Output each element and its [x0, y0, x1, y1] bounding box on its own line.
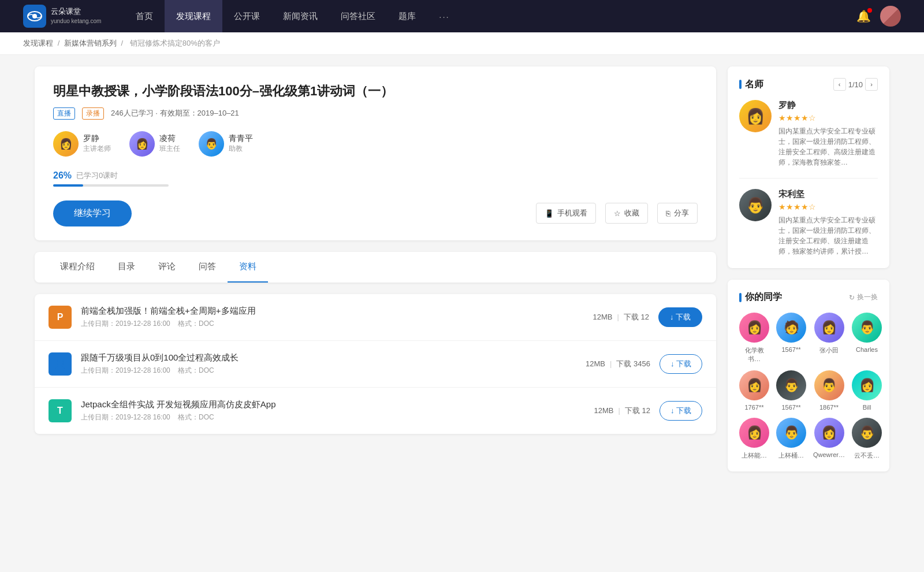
teacher-1: 👩 罗静 主讲老师	[53, 131, 111, 157]
nav-discover[interactable]: 发现课程	[165, 0, 222, 32]
continue-learning-button[interactable]: 继续学习	[53, 200, 132, 226]
nav-items: 首页 发现课程 公开课 新闻资讯 问答社区 题库 ···	[124, 0, 856, 32]
sidebar-teacher-stars-0: ★★★★☆	[778, 113, 878, 122]
classmate-name-7: Bill	[863, 404, 871, 411]
tab-resource[interactable]: 资料	[228, 252, 268, 283]
nav-quiz[interactable]: 题库	[387, 0, 427, 32]
mobile-label: 手机观看	[557, 208, 587, 218]
teachers-card-header: 名师 ‹ 1/10 ›	[739, 78, 878, 91]
divider-0: |	[617, 313, 619, 321]
classmate-7[interactable]: 👩 Bill	[852, 370, 882, 411]
refresh-icon: ↻	[849, 294, 855, 302]
resource-stats-1: 12MB | 下载 3456	[586, 359, 650, 369]
collect-label: 收藏	[624, 208, 639, 218]
classmate-name-5: 1567**	[781, 404, 800, 411]
progress-section: 26% 已学习0课时	[53, 170, 698, 187]
collect-button[interactable]: ☆ 收藏	[605, 203, 648, 224]
breadcrumb-link-series[interactable]: 新媒体营销系列	[64, 39, 117, 47]
resource-meta-0: 上传日期：2019-12-28 16:00 格式：DOC	[81, 319, 583, 329]
teacher-avatar-luojing: 👩	[53, 131, 79, 157]
classmate-1[interactable]: 🧑 1567**	[776, 313, 806, 363]
sidebar-teacher-0: 👩 罗静 ★★★★☆ 国内某重点大学安全工程专业硕士，国家一级注册消防工程师、注…	[739, 100, 878, 179]
progress-bar-fill	[53, 184, 83, 187]
sidebar: 名师 ‹ 1/10 › 👩 罗静 ★★★★☆ 国内某重点大学安全工程专业硕士，国…	[728, 66, 889, 483]
nav-more[interactable]: ···	[427, 0, 461, 32]
breadcrumb-link-discover[interactable]: 发现课程	[23, 39, 53, 47]
mobile-watch-button[interactable]: 📱 手机观看	[536, 203, 596, 224]
breadcrumb: 发现课程 / 新媒体营销系列 / 销冠修炼术搞定80%的客户	[0, 32, 924, 55]
actions-row: 继续学习 📱 手机观看 ☆ 收藏 ⎘ 分享	[53, 200, 698, 226]
classmate-10[interactable]: 👩 Qwewrer…	[813, 418, 845, 460]
resource-date-0: 上传日期：2019-12-28 16:00	[81, 320, 170, 328]
resource-size-0: 12MB	[593, 313, 612, 321]
breadcrumb-current: 销冠修炼术搞定80%的客户	[130, 39, 220, 47]
share-button[interactable]: ⎘ 分享	[657, 203, 698, 224]
collect-icon: ☆	[614, 209, 621, 218]
classmate-11[interactable]: 👨 云不丢…	[852, 418, 882, 460]
classmate-avatar-8: 👩	[739, 418, 769, 448]
classmate-name-1: 1567**	[781, 346, 800, 353]
resource-stats-2: 12MB | 下载 12	[594, 406, 650, 416]
download-button-1[interactable]: ↓ 下载	[660, 354, 702, 374]
classmate-name-2: 张小田	[819, 346, 839, 355]
course-stats: 246人已学习 · 有效期至：2019–10–21	[111, 108, 239, 118]
resource-item-2: T Jetpack全组件实战 开发短视频应用高仿皮皮虾App 上传日期：2019…	[35, 388, 716, 434]
share-label: 分享	[674, 208, 689, 218]
tabs-bar: 课程介绍 目录 评论 问答 资料	[35, 252, 716, 283]
resource-meta-1: 上传日期：2019-12-28 16:00 格式：DOC	[81, 366, 576, 376]
classmate-2[interactable]: 👩 张小田	[813, 313, 845, 363]
breadcrumb-sep-2: /	[121, 39, 125, 47]
resource-info-1: 跟随千万级项目从0到100全过程高效成长 上传日期：2019-12-28 16:…	[81, 352, 576, 376]
download-button-0[interactable]: ↓ 下载	[658, 307, 702, 327]
resource-info-0: 前端全栈加强版！前端全栈+全周期+多端应用 上传日期：2019-12-28 16…	[81, 306, 583, 329]
refresh-classmates-btn[interactable]: ↻ 换一换	[849, 292, 878, 302]
classmate-name-11: 云不丢…	[854, 451, 880, 460]
prev-teacher-btn[interactable]: ‹	[833, 78, 846, 91]
classmate-6[interactable]: 👨 1867**	[813, 370, 845, 411]
classmate-9[interactable]: 👨 上杯桶…	[776, 418, 806, 460]
logo[interactable]: 云朵课堂yunduo ketang.com	[23, 5, 101, 28]
logo-icon	[23, 5, 46, 28]
classmate-name-0: 化学教书…	[739, 346, 769, 363]
notification-dot	[867, 8, 872, 13]
nav-qa[interactable]: 问答社区	[329, 0, 387, 32]
classmates-title: 你的同学	[739, 291, 782, 303]
teachers-card-title: 名师	[739, 79, 763, 91]
classmate-8[interactable]: 👩 上杯能…	[739, 418, 769, 460]
sidebar-teacher-desc-1: 国内某重点大学安全工程专业硕士，国家一级注册消防工程师、注册安全工程师、级注册建…	[778, 215, 878, 257]
resource-item-0: P 前端全栈加强版！前端全栈+全周期+多端应用 上传日期：2019-12-28 …	[35, 294, 716, 341]
resource-name-0: 前端全栈加强版！前端全栈+全周期+多端应用	[81, 306, 583, 317]
teachers-pagination: ‹ 1/10 ›	[833, 78, 878, 91]
tab-intro[interactable]: 课程介绍	[49, 252, 106, 283]
bell-icon[interactable]: 🔔	[856, 9, 871, 23]
classmate-4[interactable]: 👩 1767**	[739, 370, 769, 411]
sidebar-teacher-name-1: 宋利坚	[778, 189, 878, 200]
next-teacher-btn[interactable]: ›	[865, 78, 878, 91]
resource-meta-2: 上传日期：2019-12-28 16:00 格式：DOC	[81, 413, 584, 422]
classmate-name-9: 上杯桶…	[778, 451, 804, 460]
classmate-5[interactable]: 👨 1567**	[776, 370, 806, 411]
sidebar-teacher-avatar-0: 👩	[739, 100, 772, 132]
user-avatar-nav[interactable]	[880, 6, 901, 27]
classmate-name-4: 1767**	[744, 404, 763, 411]
teacher-avatar-linhe: 👩	[129, 131, 155, 157]
classmate-name-10: Qwewrer…	[813, 451, 845, 458]
download-button-2[interactable]: ↓ 下载	[660, 401, 702, 421]
classmate-name-3: Charles	[856, 346, 878, 353]
resource-name-2: Jetpack全组件实战 开发短视频应用高仿皮皮虾App	[81, 399, 584, 410]
divider-2: |	[618, 406, 620, 415]
progress-bar-bg	[53, 184, 169, 187]
tag-live: 直播	[53, 107, 75, 120]
tab-catalog[interactable]: 目录	[106, 252, 147, 283]
classmate-3[interactable]: 👨 Charles	[852, 313, 882, 363]
tab-qa[interactable]: 问答	[187, 252, 228, 283]
download-label-0: 下载 12	[624, 312, 649, 322]
nav-news[interactable]: 新闻资讯	[271, 0, 329, 32]
nav-public[interactable]: 公开课	[222, 0, 271, 32]
resource-size-1: 12MB	[586, 359, 605, 368]
classmate-0[interactable]: 👩 化学教书…	[739, 313, 769, 363]
nav-home[interactable]: 首页	[124, 0, 165, 32]
classmate-avatar-4: 👩	[739, 370, 769, 400]
tab-review[interactable]: 评论	[147, 252, 187, 283]
teacher-name-2: 凌荷	[159, 133, 180, 144]
